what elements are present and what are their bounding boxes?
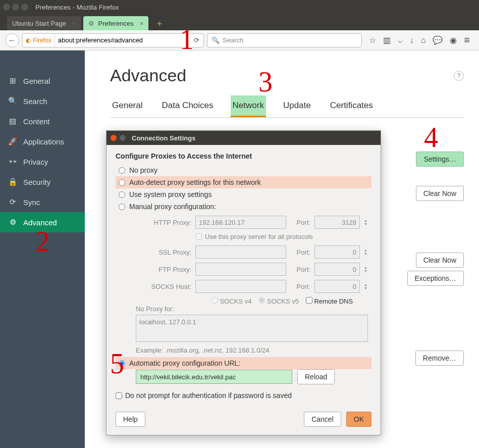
checkbox-label: Do not prompt for authentication if pass… (125, 391, 292, 400)
sidebar-item-sync[interactable]: ⟳Sync (0, 192, 85, 212)
http-proxy-input (195, 216, 286, 229)
use-all-checkbox (195, 233, 202, 240)
radio-input[interactable] (119, 167, 125, 174)
radio-label: SOCKS v5 (267, 297, 299, 305)
pac-url-input[interactable] (136, 370, 292, 384)
no-prompt-checkbox[interactable] (116, 392, 122, 399)
new-tab-button[interactable]: ＋ (153, 17, 166, 29)
cancel-button[interactable]: Cancel (304, 412, 341, 427)
sidebar-item-general[interactable]: ⊞General (0, 71, 85, 91)
sidebar-item-content[interactable]: ▤Content (0, 111, 85, 131)
close-icon[interactable]: × (72, 20, 76, 27)
checkbox-input[interactable] (306, 297, 312, 304)
subtab-data-choices[interactable]: Data Choices (159, 95, 215, 117)
radio-label: SOCKS v4 (220, 297, 252, 305)
sidebar-item-applications[interactable]: 🚀Applications (0, 131, 85, 152)
pocket-icon[interactable]: ⌵ (398, 35, 403, 45)
socks-v5-option: SOCKS v5 (258, 297, 298, 305)
port-label: Port: (290, 283, 310, 290)
ok-button[interactable]: OK (346, 412, 371, 427)
url-bar[interactable]: ◐ Firefox ⟳ (22, 33, 204, 47)
subtab-network[interactable]: Network (231, 95, 266, 117)
radio-input[interactable] (119, 179, 125, 186)
dialog-min-icon[interactable] (120, 135, 126, 141)
radio-pac-url[interactable]: Automatic proxy configuration URL: (116, 357, 371, 369)
help-icon[interactable]: ? (454, 71, 464, 81)
close-window-icon[interactable] (3, 4, 10, 11)
tab-label: Ubuntu Start Page (12, 20, 66, 27)
privacy-icon: 👓 (8, 157, 17, 166)
radio-label: Automatic proxy configuration URL: (129, 359, 240, 367)
gear-icon: ⚙ (88, 20, 94, 27)
firefox-icon: ◐ (26, 37, 31, 44)
socks-v4-option: SOCKS v4 (211, 297, 251, 305)
back-button[interactable]: ← (5, 33, 19, 47)
exceptions-button[interactable]: Exceptions… (407, 271, 464, 286)
ssl-port-input (314, 245, 360, 259)
clear-now-button-2[interactable]: Clear Now (416, 253, 464, 268)
maximize-window-icon[interactable] (21, 4, 28, 11)
sidebar-item-label: Security (23, 178, 50, 186)
library-icon[interactable]: ▥ (383, 35, 391, 45)
identity-label: Firefox (33, 37, 51, 44)
sync-icon: ⟳ (8, 197, 17, 207)
chat-icon[interactable]: 💬 (433, 35, 443, 45)
subtab-general[interactable]: General (110, 95, 144, 117)
socks-host-label: SOCKS Host: (136, 283, 191, 290)
identity-box[interactable]: ◐ Firefox (23, 34, 55, 47)
toolbar: ← ◐ Firefox ⟳ 🔍 Search ☆ ▥ ⌵ ↓ ⌂ 💬 ◉ ≡ (0, 30, 479, 51)
downloads-icon[interactable]: ↓ (410, 36, 414, 45)
connection-settings-button[interactable]: Settings… (416, 152, 464, 167)
sidebar-item-privacy[interactable]: 👓Privacy (0, 152, 85, 172)
home-icon[interactable]: ⌂ (421, 36, 426, 45)
radio-input[interactable] (119, 191, 125, 198)
radio-input[interactable] (119, 204, 125, 210)
sidebar-item-label: Sync (23, 198, 40, 207)
subtab-certificates[interactable]: Certificates (328, 95, 375, 117)
spinner-icon: ▲▼ (364, 266, 371, 273)
page-title: Advanced (110, 66, 464, 85)
spinner-icon: ▲▼ (364, 219, 371, 226)
search-bar[interactable]: 🔍 Search (207, 33, 362, 47)
radio-use-system[interactable]: Use system proxy settings (116, 188, 371, 201)
sidebar-item-search[interactable]: 🔍Search (0, 91, 85, 111)
reload-icon[interactable]: ⟳ (189, 36, 203, 44)
lock-icon: 🔒 (8, 177, 17, 186)
bookmark-icon[interactable]: ☆ (369, 35, 376, 45)
addon-icon[interactable]: ◉ (450, 35, 457, 45)
tab-preferences[interactable]: ⚙ Preferences × (83, 16, 149, 30)
radio-manual[interactable]: Manual proxy configuration: (116, 201, 371, 213)
tab-strip: Ubuntu Start Page × ⚙ Preferences × ＋ (0, 14, 479, 30)
radio-input[interactable] (119, 360, 125, 367)
minimize-window-icon[interactable] (12, 4, 19, 11)
ssl-proxy-label: SSL Proxy: (136, 248, 191, 256)
tab-ubuntu-start[interactable]: Ubuntu Start Page × (7, 16, 81, 30)
search-icon: 🔍 (8, 96, 17, 106)
port-label: Port: (290, 219, 310, 226)
dialog-section-title: Configure Proxies to Access the Internet (116, 152, 371, 160)
http-proxy-label: HTTP Proxy: (136, 219, 191, 226)
menu-icon[interactable]: ≡ (464, 34, 470, 46)
dialog-close-icon[interactable] (111, 135, 117, 141)
no-proxy-textarea: localhost, 127.0.0.1 (136, 315, 368, 342)
search-icon: 🔍 (211, 36, 220, 44)
remove-button[interactable]: Remove… (415, 351, 464, 366)
ssl-proxy-input (195, 245, 286, 259)
url-input[interactable] (55, 36, 189, 44)
close-icon[interactable]: × (140, 20, 144, 27)
reload-button[interactable]: Reload (297, 369, 335, 384)
sidebar-item-label: General (23, 77, 50, 85)
port-label: Port: (290, 248, 310, 256)
sidebar-item-label: Content (23, 117, 50, 126)
sidebar-item-security[interactable]: 🔒Security (0, 172, 85, 192)
socks-port-input (314, 280, 360, 293)
subtab-update[interactable]: Update (281, 95, 313, 117)
dialog-titlebar: Connection Settings (107, 131, 381, 145)
gear-icon: ⚙ (8, 218, 17, 227)
clear-now-button[interactable]: Clear Now (416, 186, 464, 201)
radio-no-proxy[interactable]: No proxy (116, 164, 371, 176)
radio-auto-detect[interactable]: Auto-detect proxy settings for this netw… (116, 176, 371, 188)
sidebar-item-advanced[interactable]: ⚙Advanced (0, 212, 85, 232)
help-button[interactable]: Help (116, 412, 145, 427)
ftp-proxy-input (195, 263, 286, 276)
